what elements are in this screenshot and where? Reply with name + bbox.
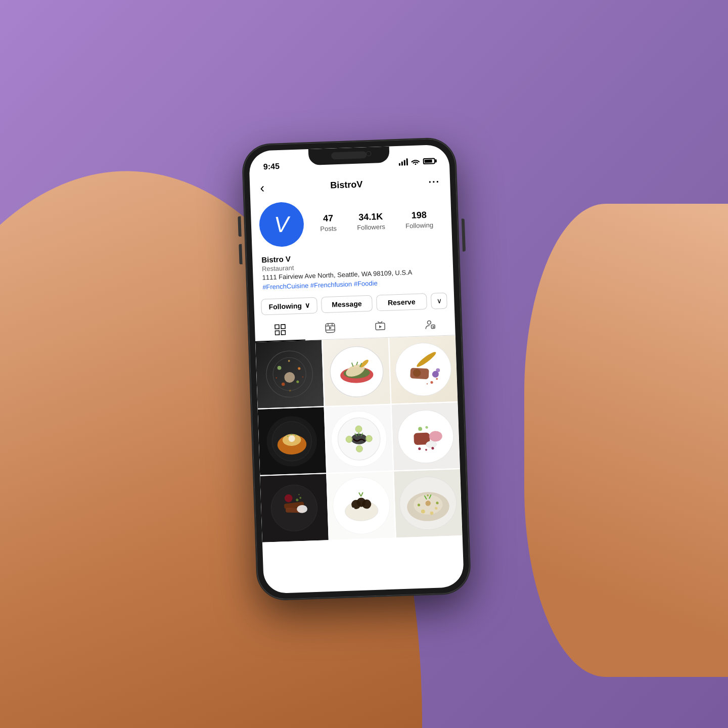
scene: 9:45 xyxy=(0,0,728,728)
grid-post-7[interactable] xyxy=(260,474,328,542)
grid-post-3[interactable] xyxy=(389,335,458,403)
grid-post-6[interactable] xyxy=(392,402,460,471)
bio-section: Bistro V Restaurant 1111 Fairview Ave No… xyxy=(252,247,454,296)
grid-post-8[interactable] xyxy=(327,472,395,540)
grid-post-2[interactable] xyxy=(323,338,391,406)
svg-point-19 xyxy=(288,360,290,362)
svg-line-5 xyxy=(325,326,334,326)
message-button[interactable]: Message xyxy=(321,295,372,313)
following-label: Following xyxy=(268,302,302,311)
tab-tagged[interactable] xyxy=(405,317,456,336)
grid-post-9[interactable] xyxy=(394,469,462,537)
front-camera xyxy=(366,151,371,156)
reserve-label: Reserve xyxy=(388,298,416,307)
signal-bar-1 xyxy=(399,163,400,166)
grid-post-5[interactable] xyxy=(325,404,393,473)
profile-username: BistroV xyxy=(330,179,363,191)
signal-bar-2 xyxy=(401,162,403,166)
status-time: 9:45 xyxy=(263,162,280,171)
followers-label: Followers xyxy=(357,223,385,232)
svg-point-22 xyxy=(289,390,291,392)
notch-pill xyxy=(331,151,367,159)
svg-point-20 xyxy=(276,377,277,379)
svg-point-53 xyxy=(366,435,373,442)
svg-line-6 xyxy=(326,330,335,330)
hand-fingers xyxy=(524,204,728,677)
posts-count: 47 xyxy=(323,213,334,224)
posts-label: Posts xyxy=(320,224,337,233)
battery-icon xyxy=(423,158,435,164)
tab-grid[interactable] xyxy=(255,323,305,342)
signal-bar-4 xyxy=(406,158,408,165)
status-icons xyxy=(399,157,435,166)
followers-stat[interactable]: 34.1K Followers xyxy=(356,211,385,232)
svg-rect-1 xyxy=(281,325,285,329)
signal-icon xyxy=(399,158,408,166)
svg-point-21 xyxy=(302,376,304,378)
svg-point-14 xyxy=(284,372,295,383)
following-label: Following xyxy=(405,221,433,230)
tab-reels[interactable] xyxy=(305,321,355,340)
wifi-icon xyxy=(411,158,420,165)
posts-grid xyxy=(255,335,463,542)
avatar-letter: V xyxy=(274,211,289,237)
reserve-button[interactable]: Reserve xyxy=(376,293,427,311)
followers-count: 34.1K xyxy=(358,211,383,223)
grid-post-4[interactable] xyxy=(258,407,326,475)
svg-rect-0 xyxy=(275,325,279,329)
svg-rect-2 xyxy=(275,331,279,335)
more-options-button[interactable]: ··· xyxy=(428,176,440,188)
svg-point-54 xyxy=(356,445,363,452)
expand-icon: ∨ xyxy=(436,297,442,305)
profile-stats-row: V 47 Posts 34.1K Followers xyxy=(250,194,452,254)
person-tag-icon xyxy=(424,318,436,331)
svg-point-10 xyxy=(427,321,431,324)
following-chevron: ∨ xyxy=(305,301,310,309)
svg-point-51 xyxy=(355,426,362,433)
svg-point-16 xyxy=(298,367,300,370)
signal-bar-3 xyxy=(404,160,405,165)
following-button[interactable]: Following ∨ xyxy=(261,297,317,315)
svg-rect-34 xyxy=(410,368,429,379)
phone-screen: 9:45 xyxy=(249,144,464,594)
notch xyxy=(308,146,390,165)
svg-rect-3 xyxy=(281,331,285,335)
grid-post-1[interactable] xyxy=(255,340,324,408)
phone-device: 9:45 xyxy=(242,138,470,600)
battery-fill xyxy=(425,160,432,163)
following-stat[interactable]: 198 Following xyxy=(405,210,433,230)
message-label: Message xyxy=(332,300,362,309)
expand-button[interactable]: ∨ xyxy=(431,293,447,309)
app-content: ‹ BistroV ··· V 47 Posts xyxy=(250,169,465,594)
svg-point-17 xyxy=(282,383,285,386)
grid-icon xyxy=(274,324,286,336)
following-count: 198 xyxy=(411,210,427,221)
back-button[interactable]: ‹ xyxy=(260,180,265,196)
tab-igtv[interactable] xyxy=(355,320,405,338)
svg-point-52 xyxy=(345,436,352,443)
tv-icon xyxy=(374,320,386,333)
svg-point-18 xyxy=(296,380,299,383)
reels-icon xyxy=(324,322,336,334)
avatar: V xyxy=(258,201,304,247)
stats-container: 47 Posts 34.1K Followers 198 Following xyxy=(309,209,443,233)
posts-stat[interactable]: 47 Posts xyxy=(320,213,337,233)
svg-point-15 xyxy=(277,366,281,370)
phone-frame: 9:45 xyxy=(242,138,470,600)
